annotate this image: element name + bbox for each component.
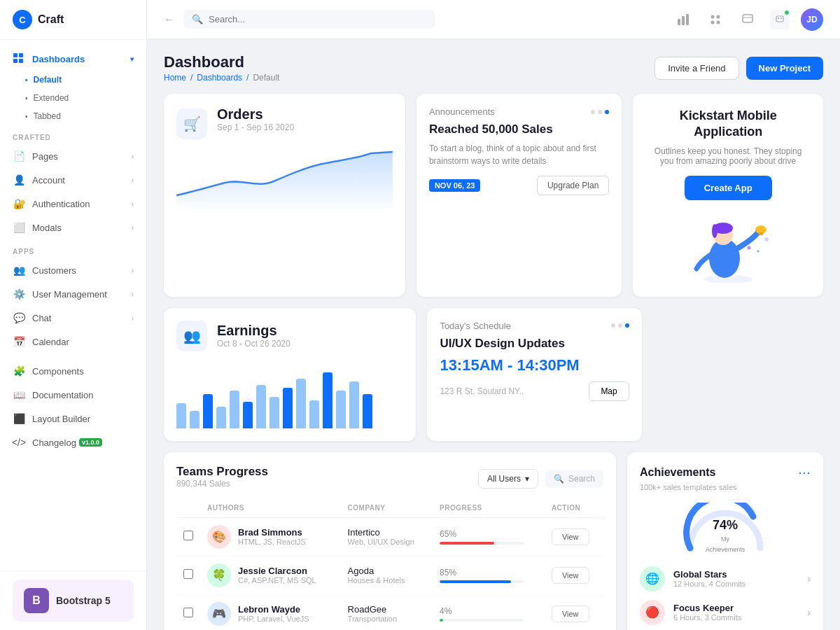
- messages-icon[interactable]: [736, 8, 759, 31]
- sidebar-item-customers[interactable]: 👥 Customers ›: [0, 258, 146, 282]
- sidebar-item-components[interactable]: 🧩 Components: [0, 359, 146, 383]
- sidebar-item-documentation[interactable]: 📖 Documentation: [0, 383, 146, 407]
- breadcrumb-dashboards[interactable]: Dashboards: [197, 73, 242, 83]
- action-cell: View: [545, 594, 603, 630]
- company-type: Web, UI/UX Design: [348, 538, 426, 546]
- back-button[interactable]: ←: [164, 13, 175, 26]
- view-button[interactable]: View: [552, 567, 589, 584]
- schedule-footer: 123 R St. Soulard NY.. Map: [440, 382, 629, 401]
- dot2: [598, 110, 602, 114]
- bar-column: [323, 372, 332, 428]
- svg-rect-2: [13, 59, 18, 63]
- author-avatar: 🎮: [207, 602, 231, 626]
- sidebar-item-tabbed[interactable]: Tabbed: [25, 107, 146, 125]
- col-company: COMPANY: [341, 498, 433, 518]
- view-button[interactable]: View: [552, 528, 589, 545]
- bar: [336, 391, 346, 428]
- author-cell: 🍀 Jessie Clarcson C#, ASP.NET, MS SQL: [200, 556, 341, 594]
- bar: [243, 402, 253, 428]
- earnings-date: Oct 8 - Oct 26 2020: [217, 339, 290, 349]
- app-logo[interactable]: C Craft: [0, 0, 146, 40]
- col-authors: AUTHORS: [200, 498, 341, 518]
- svg-rect-13: [776, 16, 783, 22]
- search-input[interactable]: [209, 14, 427, 24]
- calendar-icon: 📅: [13, 335, 25, 348]
- view-button[interactable]: View: [552, 606, 589, 622]
- bar: [256, 385, 266, 428]
- achievement-meta: 12 Hours, 4 Commits: [673, 580, 799, 588]
- author-info: 🎮 Lebron Wayde PHP, Laravel, VueJS: [207, 602, 334, 626]
- achievement-icon: 🌐: [640, 566, 665, 592]
- teams-search[interactable]: 🔍 Search: [545, 470, 603, 488]
- bar-column: [336, 391, 346, 428]
- orders-title: Orders: [217, 106, 294, 122]
- chat-icon: 💬: [13, 312, 25, 324]
- sidebar-item-chat[interactable]: 💬 Chat ›: [0, 306, 146, 330]
- sidebar-item-authentication[interactable]: 🔐 Authentication ›: [0, 192, 146, 216]
- teams-section: Teams Progress 890,344 Sales All Users ▾…: [164, 452, 616, 630]
- page-title-section: Dashboard Home / Dashboards / Default: [164, 53, 279, 83]
- sidebar-item-user-management[interactable]: ⚙️ User Management ›: [0, 282, 146, 306]
- teams-section-wrap: Teams Progress 890,344 Sales All Users ▾…: [164, 452, 616, 630]
- bar-column: [296, 379, 306, 428]
- svg-rect-6: [686, 14, 689, 25]
- create-app-button[interactable]: Create App: [685, 176, 772, 200]
- achievement-arrow[interactable]: ›: [807, 573, 811, 584]
- teams-subtitle: 890,344 Sales: [176, 479, 268, 489]
- bar-column: [256, 385, 266, 428]
- map-button[interactable]: Map: [589, 382, 629, 401]
- bar: [216, 407, 226, 428]
- breadcrumb-home[interactable]: Home: [164, 73, 186, 83]
- sidebar-item-modals[interactable]: ⬜ Modals ›: [0, 216, 146, 239]
- breadcrumb: Home / Dashboards / Default: [164, 73, 279, 83]
- new-project-button[interactable]: New Project: [746, 57, 823, 80]
- row-checkbox[interactable]: [183, 569, 193, 579]
- sidebar-item-dashboards[interactable]: Dashboards ▾: [0, 47, 146, 71]
- pages-icon: 📄: [13, 150, 25, 162]
- progress-pct: 4%: [440, 606, 524, 616]
- app-name: Craft: [38, 13, 64, 26]
- bar: [283, 388, 293, 428]
- announce-date: NOV 06, 23: [429, 179, 480, 192]
- sidebar-item-default[interactable]: Default: [25, 71, 146, 89]
- announce-footer: NOV 06, 23 Upgrade Plan: [429, 176, 609, 195]
- author-skills: PHP, Laravel, VueJS: [238, 615, 309, 623]
- invite-friend-button[interactable]: Invite a Friend: [654, 57, 738, 80]
- sidebar-item-pages[interactable]: 📄 Pages ›: [0, 144, 146, 168]
- schedule-title: UI/UX Design Updates: [440, 337, 629, 351]
- action-cell: View: [545, 517, 603, 556]
- upgrade-plan-button[interactable]: Upgrade Plan: [537, 176, 609, 195]
- stats-icon[interactable]: [672, 8, 694, 31]
- avatar[interactable]: JD: [801, 8, 823, 31]
- promo-card: Kickstart Mobile Application Outlines ke…: [633, 94, 823, 297]
- sidebar-item-account[interactable]: 👤 Account ›: [0, 168, 146, 192]
- bottom-row: Teams Progress 890,344 Sales All Users ▾…: [164, 452, 823, 630]
- achievement-info: Global Stars 12 Hours, 4 Commits: [673, 569, 799, 588]
- sidebar-item-layout-builder[interactable]: ⬛ Layout Builder: [0, 407, 146, 430]
- sidebar-item-calendar[interactable]: 📅 Calendar: [0, 330, 146, 354]
- achievement-arrow[interactable]: ›: [807, 607, 811, 618]
- bar-column: [230, 391, 239, 428]
- achievements-more[interactable]: ⋯: [798, 465, 811, 480]
- orders-card: 🛒 Orders Sep 1 - Sep 16 2020: [164, 94, 405, 297]
- orders-icon: 🛒: [176, 108, 207, 139]
- users-filter-select[interactable]: All Users ▾: [478, 469, 538, 489]
- chevron-right-icon: ›: [132, 200, 134, 208]
- row-checkbox[interactable]: [183, 608, 193, 617]
- sidebar-item-changelog[interactable]: </> Changelog v1.0.0: [0, 430, 146, 454]
- company-type: Transportation: [348, 615, 426, 623]
- author-name: Jessie Clarcson: [238, 566, 316, 576]
- grid-icon[interactable]: [704, 8, 727, 31]
- search-icon: 🔍: [192, 14, 203, 24]
- notifications-icon[interactable]: [769, 8, 791, 31]
- row-checkbox[interactable]: [183, 531, 193, 540]
- bar: [176, 403, 186, 428]
- progress-wrap: 4%: [440, 606, 524, 622]
- author-info: 🍀 Jessie Clarcson C#, ASP.NET, MS SQL: [207, 564, 334, 587]
- page-actions: Invite a Friend New Project: [654, 57, 823, 80]
- progress-fill: [440, 580, 511, 583]
- company-cell: Intertico Web, UI/UX Design: [341, 517, 433, 556]
- sidebar-item-extended[interactable]: Extended: [25, 89, 146, 107]
- dot-s2: [618, 323, 622, 328]
- bar-column: [216, 407, 226, 428]
